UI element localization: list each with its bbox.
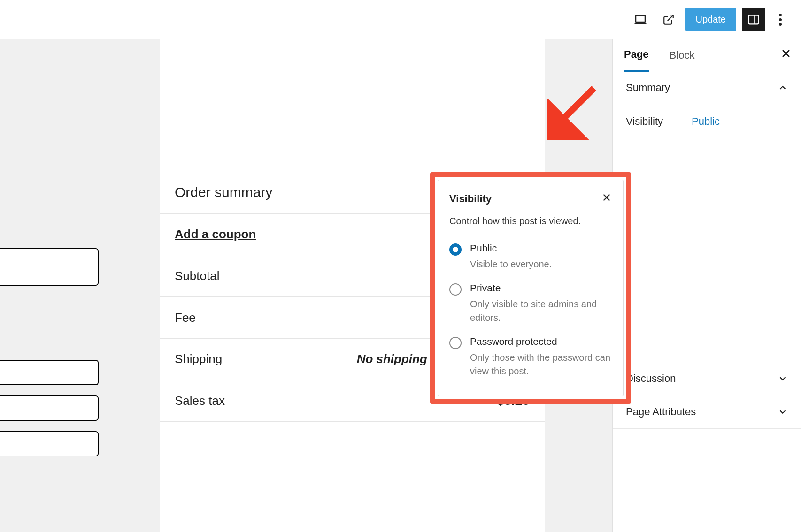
visibility-option-password[interactable]: Password protected Only those with the p… [449,330,612,384]
close-icon [780,48,792,59]
visibility-popover-highlight: Visibility Control how this post is view… [430,172,631,404]
form-input[interactable] [0,248,99,286]
option-label: Public [470,243,552,254]
close-sidebar-button[interactable] [780,48,792,61]
form-input[interactable] [0,395,99,421]
visibility-label: Visibility [626,115,692,128]
radio-icon[interactable] [449,283,462,296]
view-device-button[interactable] [629,8,652,31]
form-input[interactable] [0,431,99,456]
panel-title: Summary [626,82,670,94]
popover-subtitle: Control how this post is viewed. [449,216,612,227]
open-external-button[interactable] [657,8,680,31]
discussion-panel-header[interactable]: Discussion [626,372,788,385]
option-desc: Only visible to site admins and editors. [470,297,612,325]
visibility-row: Visibility Public [626,113,788,130]
visibility-popover: Visibility Control how this post is view… [438,180,624,396]
visibility-option-public[interactable]: Public Visible to everyone. [449,237,612,277]
order-summary-title: Order summary [175,184,272,200]
radio-icon[interactable] [449,337,462,349]
cropped-form-inputs [0,248,99,456]
summary-panel: Summary Visibility Public [613,71,801,141]
top-toolbar: Update [0,0,801,39]
row-label: Subtotal [175,269,219,283]
option-desc: Visible to everyone. [470,258,552,271]
popover-title: Visibility [449,193,492,205]
visibility-value-link[interactable]: Public [692,115,720,128]
row-label: Shipping [175,352,222,366]
chevron-down-icon [778,407,788,417]
sidebar-toggle-button[interactable] [742,8,765,31]
svg-point-3 [779,14,782,16]
summary-panel-header[interactable]: Summary [626,82,788,94]
panel-title: Discussion [626,372,676,385]
option-label: Private [470,282,612,294]
svg-point-4 [779,18,782,21]
row-label: Sales tax [175,394,225,408]
radio-icon[interactable] [449,243,462,256]
more-options-button[interactable] [771,8,790,31]
svg-rect-1 [749,15,759,24]
settings-sidebar: Page Block Summary Visibility Public Dis [612,39,801,532]
external-link-icon [662,14,675,26]
chevron-down-icon [778,373,788,384]
tab-block[interactable]: Block [670,40,695,71]
add-coupon-link[interactable]: Add a coupon [175,227,256,242]
update-button[interactable]: Update [685,8,737,31]
close-popover-button[interactable] [601,192,612,205]
svg-point-5 [779,23,782,26]
sidebar-tabs: Page Block [613,39,801,71]
page-attributes-panel-header[interactable]: Page Attributes [626,406,788,418]
form-input[interactable] [0,360,99,385]
svg-rect-0 [636,15,645,22]
close-icon [601,192,612,203]
panel-title: Page Attributes [626,406,696,418]
option-desc: Only those with the password can view th… [470,351,612,378]
discussion-panel: Discussion [613,362,801,395]
visibility-option-private[interactable]: Private Only visible to site admins and … [449,277,612,330]
page-attributes-panel: Page Attributes [613,395,801,429]
option-label: Password protected [470,336,612,347]
laptop-icon [633,13,647,27]
tab-page[interactable]: Page [624,39,649,72]
panel-icon [747,13,760,26]
kebab-icon [779,14,782,26]
row-label: Fee [175,311,196,325]
chevron-up-icon [778,83,788,93]
